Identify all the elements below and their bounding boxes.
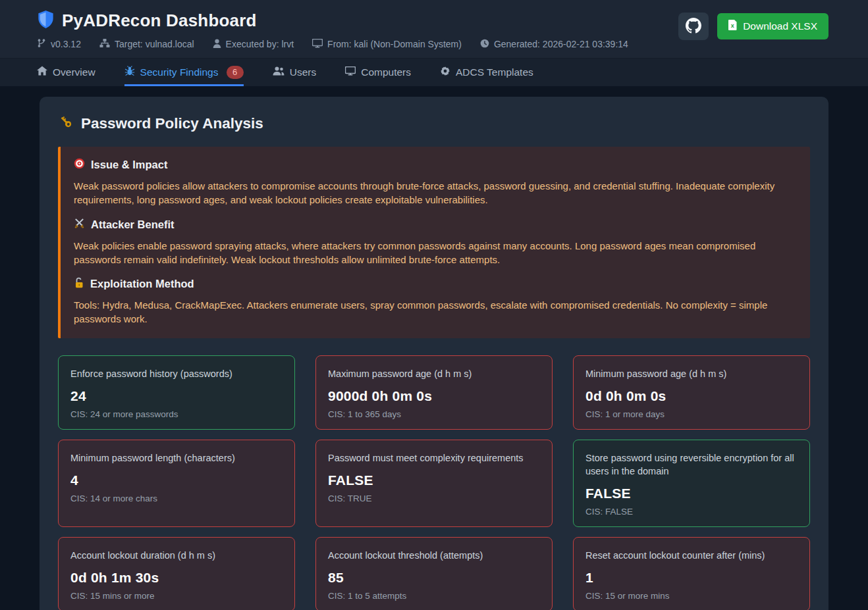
card-max-password-age: Maximum password age (d h m s) 9000d 0h …: [315, 355, 553, 430]
attacker-benefit-text: Weak policies enable password spraying a…: [74, 239, 797, 267]
policy-warning-box: Issue & Impact Weak password policies al…: [58, 147, 810, 338]
card-cis: CIS: 15 or more mins: [585, 591, 798, 601]
app-header: PyADRecon Dashboard v0.3.12 Target: v: [0, 0, 868, 58]
card-value: 85: [328, 570, 540, 586]
unlock-icon: [74, 277, 84, 291]
tab-adcs-templates[interactable]: ADCS Templates: [440, 59, 533, 86]
key-icon: [58, 114, 74, 134]
card-value: FALSE: [585, 486, 798, 501]
card-cis: CIS: 1 to 365 days: [328, 409, 540, 419]
crossed-swords-icon: [74, 218, 85, 232]
shield-icon: [37, 10, 55, 32]
download-xlsx-button[interactable]: x Download XLSX: [717, 13, 828, 39]
exploitation-method-heading: Exploitation Method: [74, 277, 797, 291]
tab-security-findings[interactable]: Security Findings 6: [124, 59, 244, 86]
policy-cards-grid: Enforce password history (passwords) 24 …: [58, 355, 810, 610]
card-cis: CIS: 15 mins or more: [70, 591, 283, 601]
card-title: Enforce password history (passwords): [70, 367, 283, 380]
card-lockout-duration: Account lockout duration (d h m s) 0d 0h…: [58, 537, 295, 610]
card-value: 0d 0h 0m 0s: [585, 388, 798, 404]
card-title: Account lockout duration (d h m s): [70, 549, 283, 562]
card-title: Reset account lockout counter after (min…: [585, 549, 798, 562]
person-icon: [213, 39, 221, 50]
issue-impact-heading: Issue & Impact: [74, 158, 797, 172]
findings-count-badge: 6: [227, 66, 244, 79]
card-cis: CIS: FALSE: [585, 507, 798, 517]
tab-computers[interactable]: Computers: [345, 59, 411, 86]
computer-icon: [345, 66, 356, 78]
card-cis: CIS: TRUE: [328, 494, 540, 503]
card-reversible-encryption: Store password using reversible encrypti…: [573, 440, 810, 527]
card-value: 1: [585, 570, 798, 586]
card-value: 4: [70, 472, 283, 488]
card-value: 24: [70, 388, 283, 404]
exploitation-method-text: Tools: Hydra, Medusa, CrackMapExec. Atta…: [74, 298, 797, 326]
password-policy-panel: Password Policy Analysis Issue & Impact …: [40, 97, 828, 610]
executed-by-info: Executed by: lrvt: [213, 39, 294, 50]
card-value: FALSE: [328, 472, 540, 488]
github-button[interactable]: [678, 13, 709, 40]
card-value: 9000d 0h 0m 0s: [328, 388, 540, 404]
svg-text:x: x: [731, 22, 734, 29]
monitor-icon: [312, 39, 323, 50]
card-title: Password must meet complexity requiremen…: [328, 451, 540, 465]
main-nav: Overview Security Findings 6 Users: [0, 58, 868, 86]
section-title: Password Policy Analysis: [58, 114, 810, 134]
generated-info: Generated: 2026-02-21 03:39:14: [480, 39, 628, 50]
card-title: Minimum password length (characters): [70, 451, 283, 465]
clock-icon: [480, 39, 489, 50]
bug-icon: [124, 66, 135, 79]
network-icon: [99, 39, 110, 50]
page-title: PyADRecon Dashboard: [62, 11, 257, 31]
issue-impact-text: Weak password policies allow attackers t…: [74, 179, 797, 207]
certificate-icon: [440, 66, 450, 79]
card-cis: CIS: 1 to 5 attempts: [328, 591, 540, 601]
version-info: v0.3.12: [37, 38, 81, 50]
attacker-benefit-heading: Attacker Benefit: [74, 218, 797, 232]
card-lockout-counter-reset: Reset account lockout counter after (min…: [573, 537, 810, 610]
card-min-password-length: Minimum password length (characters) 4 C…: [58, 440, 295, 527]
card-title: Store password using reversible encrypti…: [585, 451, 798, 478]
card-title: Maximum password age (d h m s): [328, 367, 540, 380]
card-min-password-age: Minimum password age (d h m s) 0d 0h 0m …: [573, 355, 810, 430]
target-info: Target: vulnad.local: [99, 39, 194, 50]
tab-users[interactable]: Users: [273, 59, 316, 86]
card-value: 0d 0h 1m 30s: [70, 570, 283, 586]
card-title: Minimum password age (d h m s): [585, 367, 798, 380]
card-title: Account lockout threshold (attempts): [328, 549, 540, 562]
from-info: From: kali (Non-Domain System): [312, 39, 462, 50]
card-cis: CIS: 14 or more chars: [70, 494, 283, 503]
tab-overview[interactable]: Overview: [37, 59, 95, 86]
card-lockout-threshold: Account lockout threshold (attempts) 85 …: [315, 537, 553, 610]
github-icon: [686, 18, 701, 36]
card-cis: CIS: 1 or more days: [585, 409, 798, 419]
card-complexity-requirements: Password must meet complexity requiremen…: [315, 440, 553, 527]
git-branch-icon: [37, 38, 46, 50]
card-password-history: Enforce password history (passwords) 24 …: [58, 355, 295, 430]
file-excel-icon: x: [728, 20, 737, 33]
home-icon: [37, 66, 47, 78]
card-cis: CIS: 24 or more passwords: [70, 409, 283, 419]
users-icon: [273, 66, 285, 78]
target-icon: [74, 158, 85, 172]
